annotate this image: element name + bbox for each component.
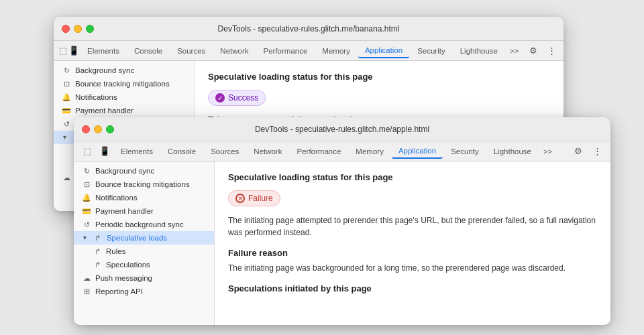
more-icon-2[interactable]: ⋮ xyxy=(589,143,605,159)
inspect-icon[interactable]: ⬚ xyxy=(59,43,67,59)
settings-icon-1[interactable]: ⚙ xyxy=(525,43,541,59)
tab-sources-1[interactable]: Sources xyxy=(170,44,212,58)
maximize-button-2[interactable] xyxy=(106,125,114,133)
expand-arrow-1: ▼ xyxy=(62,134,68,141)
tab-more-1[interactable]: >> xyxy=(506,44,523,58)
tab-elements-1[interactable]: Elements xyxy=(80,44,126,58)
specula-icon-2: ↱ xyxy=(93,260,102,269)
sidebar-item-notifications-2[interactable]: 🔔 Notifications xyxy=(74,191,214,204)
device-icon-2[interactable]: 📱 xyxy=(97,143,113,159)
devtools-tabbar-2: ⬚ 📱 Elements Console Sources Network Per… xyxy=(74,141,610,161)
bell-icon: 🔔 xyxy=(62,92,71,102)
description-2: The initiating page attempted to prerend… xyxy=(228,214,597,239)
status-badge-failure: ✕ Failure xyxy=(228,190,280,206)
tab-more-2[interactable]: >> xyxy=(539,145,556,158)
bounce-icon: ⊡ xyxy=(62,79,71,88)
devtools-settings-1: ⚙ ⋮ xyxy=(525,43,560,59)
sidebar-item-notifications-1[interactable]: 🔔 Notifications xyxy=(54,90,194,104)
traffic-lights-1 xyxy=(62,25,94,33)
periodic-icon-2: ↺ xyxy=(82,220,91,229)
rules-icon-2: ↱ xyxy=(93,247,102,256)
sync-icon-2: ↻ xyxy=(82,166,91,176)
traffic-lights-2 xyxy=(82,125,114,133)
sync-icon: ↻ xyxy=(62,66,71,75)
sidebar-item-background-sync-2[interactable]: ↻ Background sync xyxy=(74,164,214,178)
tab-application-1[interactable]: Application xyxy=(358,44,409,58)
tab-console-2[interactable]: Console xyxy=(161,145,203,158)
push-icon: ☁ xyxy=(62,173,71,182)
periodic-icon: ↺ xyxy=(62,119,71,129)
close-button-1[interactable] xyxy=(62,25,70,33)
devtools-settings-2: ⚙ ⋮ xyxy=(570,143,605,159)
sidebar-item-bounce-2[interactable]: ⊡ Bounce tracking mitigations xyxy=(74,178,214,191)
tab-lighthouse-1[interactable]: Lighthouse xyxy=(453,44,504,58)
card-icon-2: 💳 xyxy=(82,206,91,216)
maximize-button-1[interactable] xyxy=(86,25,94,33)
devtools-tabbar-1: ⬚ 📱 Elements Console Sources Network Per… xyxy=(54,41,564,61)
status-badge-success: ✓ Success xyxy=(208,90,266,106)
tab-performance-2[interactable]: Performance xyxy=(290,145,348,158)
titlebar-2: DevTools - speculative-rules.glitch.me/a… xyxy=(74,117,610,141)
sidebar-item-reporting-2[interactable]: ⊞ Reporting API xyxy=(74,285,214,298)
tab-security-2[interactable]: Security xyxy=(444,145,486,158)
tab-security-1[interactable]: Security xyxy=(411,44,452,58)
titlebar-1: DevTools - speculative-rules.glitch.me/b… xyxy=(54,17,564,41)
minimize-button-2[interactable] xyxy=(94,125,102,133)
more-icon-1[interactable]: ⋮ xyxy=(544,43,560,59)
close-button-2[interactable] xyxy=(82,125,90,133)
card-icon: 💳 xyxy=(62,106,71,115)
section-title-2: Speculative loading status for this page xyxy=(228,172,597,182)
report-icon-2: ⊞ xyxy=(82,287,91,296)
sidebar-2: ↻ Background sync ⊡ Bounce tracking miti… xyxy=(74,161,215,325)
sidebar-item-payment-1[interactable]: 💳 Payment handler xyxy=(54,104,194,117)
section-title-1: Speculative loading status for this page xyxy=(208,72,550,82)
device-icon[interactable]: 📱 xyxy=(68,43,79,59)
speculative-icon-2: ↱ xyxy=(93,233,103,243)
tab-memory-2[interactable]: Memory xyxy=(349,145,390,158)
tab-application-2[interactable]: Application xyxy=(392,144,443,159)
success-icon: ✓ xyxy=(215,93,225,103)
settings-icon-2[interactable]: ⚙ xyxy=(570,143,586,159)
tab-memory-1[interactable]: Memory xyxy=(315,44,357,58)
minimize-button-1[interactable] xyxy=(74,25,82,33)
tab-elements-2[interactable]: Elements xyxy=(114,145,160,158)
tab-lighthouse-2[interactable]: Lighthouse xyxy=(487,145,538,158)
push-icon-2: ☁ xyxy=(82,273,91,283)
tab-console-1[interactable]: Console xyxy=(127,44,169,58)
sidebar-item-rules-2[interactable]: ↱ Rules xyxy=(74,245,214,258)
sidebar-item-background-sync-1[interactable]: ↻ Background sync xyxy=(54,64,194,77)
sidebar-item-specula-2[interactable]: ↱ Speculations xyxy=(74,258,214,271)
main-content-2: Speculative loading status for this page… xyxy=(215,161,610,325)
window-title-2: DevTools - speculative-rules.glitch.me/a… xyxy=(255,125,429,134)
sidebar-item-periodic-2[interactable]: ↺ Periodic background sync xyxy=(74,218,214,231)
devtools-body-2: ↻ Background sync ⊡ Bounce tracking miti… xyxy=(74,161,610,325)
inspect-icon-2[interactable]: ⬚ xyxy=(79,143,95,159)
failure-reason-title: Failure reason xyxy=(228,248,597,258)
devtools-window-2: DevTools - speculative-rules.glitch.me/a… xyxy=(74,117,610,325)
sidebar-item-payment-2[interactable]: 💳 Payment handler xyxy=(74,204,214,218)
sidebar-item-speculative-2[interactable]: ▼ ↱ Speculative loads xyxy=(74,231,214,245)
speculations-title: Speculations initiated by this page xyxy=(228,283,597,293)
sidebar-item-bounce-1[interactable]: ⊡ Bounce tracking mitigations xyxy=(54,77,194,90)
bell-icon-2: 🔔 xyxy=(82,193,91,202)
failure-reason: The initiating page was backgrounded for… xyxy=(228,262,597,274)
window-title-1: DevTools - speculative-rules.glitch.me/b… xyxy=(218,24,400,34)
expand-arrow-2: ▼ xyxy=(82,234,88,241)
tab-performance-1[interactable]: Performance xyxy=(257,44,315,58)
failure-icon: ✕ xyxy=(235,194,245,203)
sidebar-item-push-2[interactable]: ☁ Push messaging xyxy=(74,271,214,285)
tab-network-2[interactable]: Network xyxy=(247,145,288,158)
tab-network-1[interactable]: Network xyxy=(213,44,255,58)
tab-sources-2[interactable]: Sources xyxy=(204,145,246,158)
bounce-icon-2: ⊡ xyxy=(82,180,91,189)
